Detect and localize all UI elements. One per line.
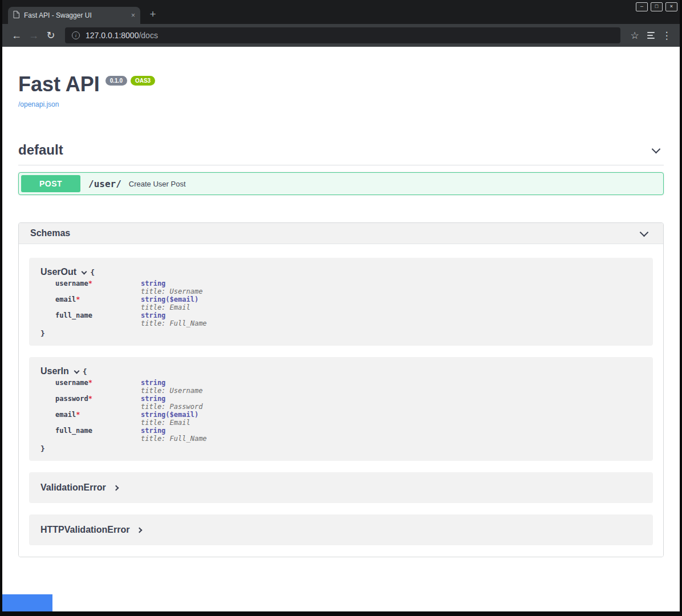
property-type: string($email) xyxy=(141,411,198,419)
close-brace: } xyxy=(40,329,642,338)
back-icon[interactable]: ← xyxy=(8,30,25,42)
property-name-text: full_name xyxy=(55,311,92,319)
url-path: /docs xyxy=(139,31,157,40)
opblock-post-user[interactable]: POST /user/ Create User Post xyxy=(18,172,664,195)
property-name-text: username xyxy=(55,279,88,287)
property-type-text: string xyxy=(141,379,165,387)
required-star: * xyxy=(88,279,92,287)
property-type: string xyxy=(141,311,207,319)
forward-icon: → xyxy=(25,30,42,42)
property-title: title: Password xyxy=(141,403,202,411)
property-name-text: password xyxy=(55,395,88,403)
property-name: email* xyxy=(55,411,141,419)
required-star: * xyxy=(76,411,80,419)
schemas-collapse-chevron-icon[interactable] xyxy=(640,228,649,237)
extension-icon[interactable] xyxy=(643,32,659,39)
api-title-text: Fast API xyxy=(18,73,100,96)
required-star: * xyxy=(88,379,92,387)
property-type-text: string xyxy=(141,311,165,319)
model-validationerror[interactable]: ValidationError xyxy=(29,472,653,503)
property-name: email* xyxy=(55,295,141,303)
property-type-text: string xyxy=(141,411,165,419)
property-description: string title: Username xyxy=(141,379,202,395)
version-badge: 0.1.0 xyxy=(105,76,127,86)
openapi-spec-link[interactable]: /openapi.json xyxy=(18,100,59,108)
browser-tab[interactable]: Fast API - Swagger UI × xyxy=(8,7,140,24)
maximize-button[interactable]: □ xyxy=(651,2,663,11)
property-type: string xyxy=(141,427,207,435)
model-toggle-icon[interactable] xyxy=(74,368,79,374)
http-method-badge: POST xyxy=(21,175,80,192)
api-badges: 0.1.0 OAS3 xyxy=(105,76,155,86)
model-name: UserOut xyxy=(40,267,76,277)
tab-favicon-icon xyxy=(13,10,19,21)
model-name: UserIn xyxy=(40,366,69,376)
property-title: title: Username xyxy=(141,287,202,295)
new-tab-button[interactable]: + xyxy=(147,8,159,21)
operation-summary: Create User Post xyxy=(129,180,186,188)
reload-icon[interactable]: ↻ xyxy=(42,29,59,42)
browser-toolbar: ← → ↻ i 127.0.0.1:8000/docs ☆ ⋮ xyxy=(2,24,680,47)
property-name-text: username xyxy=(55,379,88,387)
property-name: full_name xyxy=(55,311,141,319)
minimize-button[interactable]: – xyxy=(636,2,648,11)
schemas-header[interactable]: Schemas xyxy=(19,223,663,244)
model-header[interactable]: ValidationError xyxy=(40,483,642,493)
tab-title: Fast API - Swagger UI xyxy=(24,11,127,19)
model-expand-icon[interactable] xyxy=(137,527,143,533)
link-status-popup xyxy=(2,594,52,611)
property-description: string title: Password xyxy=(141,395,202,411)
model-httpvalidationerror[interactable]: HTTPValidationError xyxy=(29,514,653,545)
model-properties: username* string title: Username passwor… xyxy=(55,379,642,443)
property-name-text: full_name xyxy=(55,427,92,435)
model-header[interactable]: UserIn { xyxy=(40,366,642,376)
schemas-body: UserOut { username* string title: Userna… xyxy=(19,244,663,557)
browser-window: Fast API - Swagger UI × + – □ × ← → ↻ i … xyxy=(0,0,682,616)
model-expand-icon[interactable] xyxy=(113,485,119,491)
tab-close-icon[interactable]: × xyxy=(131,12,135,19)
schema-property-row: username* string title: Username xyxy=(55,379,642,395)
model-userin: UserIn { username* string title: Usernam… xyxy=(29,357,653,461)
property-type-text: string xyxy=(141,395,165,403)
schemas-section: Schemas UserOut { username* xyxy=(18,222,664,557)
address-bar[interactable]: i 127.0.0.1:8000/docs xyxy=(65,27,620,43)
schema-property-row: email* string($email) title: Email xyxy=(55,411,642,427)
required-star: * xyxy=(76,295,80,303)
api-title: Fast API 0.1.0 OAS3 xyxy=(18,73,664,96)
property-description: string($email) title: Email xyxy=(141,295,198,311)
tab-strip: Fast API - Swagger UI × + – □ × xyxy=(2,0,680,24)
tag-section-default[interactable]: default xyxy=(18,137,664,165)
property-title: title: Username xyxy=(141,387,202,395)
property-type: string xyxy=(141,279,202,287)
property-name: password* xyxy=(55,395,141,403)
schema-property-row: full_name string title: Full_Name xyxy=(55,427,642,443)
schema-property-row: password* string title: Password xyxy=(55,395,642,411)
open-brace: { xyxy=(83,367,87,376)
close-button[interactable]: × xyxy=(665,2,677,11)
property-type: string xyxy=(141,395,202,403)
property-description: string($email) title: Email xyxy=(141,411,198,427)
url-text: 127.0.0.1:8000/docs xyxy=(86,31,158,40)
tag-collapse-chevron-icon[interactable] xyxy=(652,144,661,153)
window-controls: – □ × xyxy=(636,2,677,11)
property-type: string($email) xyxy=(141,295,198,303)
schemas-title: Schemas xyxy=(30,228,70,238)
swagger-page: Fast API 0.1.0 OAS3 /openapi.json defaul… xyxy=(2,47,680,611)
property-title: title: Email xyxy=(141,419,198,427)
schema-property-row: username* string title: Username xyxy=(55,279,642,295)
property-type-text: string xyxy=(141,427,165,435)
property-description: string title: Full_Name xyxy=(141,311,207,327)
browser-menu-icon[interactable]: ⋮ xyxy=(659,30,674,42)
property-title: title: Email xyxy=(141,303,198,311)
bookmark-star-icon[interactable]: ☆ xyxy=(626,30,643,42)
model-header[interactable]: HTTPValidationError xyxy=(40,525,642,535)
required-star: * xyxy=(88,395,92,403)
property-name-text: email xyxy=(55,411,76,419)
model-header[interactable]: UserOut { xyxy=(40,267,642,277)
site-info-icon[interactable]: i xyxy=(72,31,80,39)
model-toggle-icon[interactable] xyxy=(82,269,87,274)
property-title: title: Full_Name xyxy=(141,319,207,327)
property-name: username* xyxy=(55,279,141,287)
model-name: ValidationError xyxy=(40,483,106,493)
property-type-text: string xyxy=(141,279,165,287)
